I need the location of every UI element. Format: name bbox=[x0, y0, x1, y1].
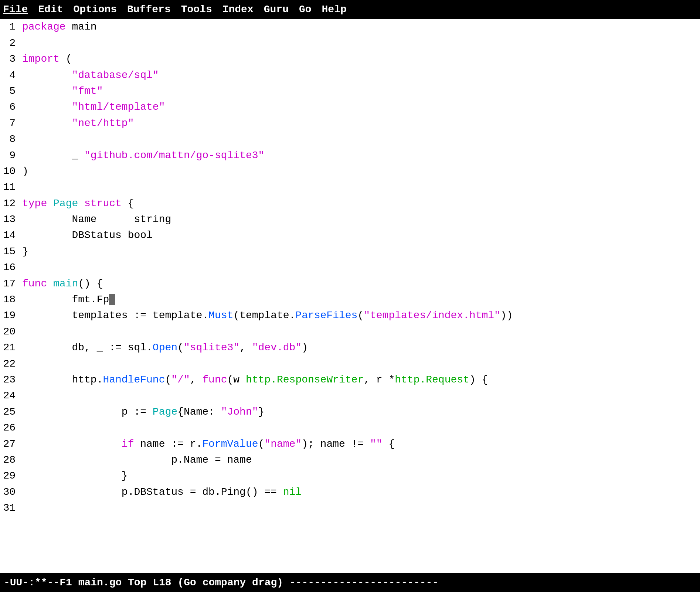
token-p: )) bbox=[500, 310, 513, 321]
line: 8 bbox=[0, 131, 700, 147]
line-content: db, _ := sql.Open("sqlite3", "dev.db") bbox=[22, 340, 700, 355]
token-k: import bbox=[22, 53, 60, 65]
line-content: p.Name = name bbox=[22, 452, 700, 468]
token-p: ( bbox=[60, 53, 72, 65]
code-container: 1package main2 3import (4 "database/sql"… bbox=[0, 19, 700, 516]
token-t: Page bbox=[53, 198, 78, 209]
line-content: } bbox=[22, 468, 700, 484]
line: 21 db, _ := sql.Open("sqlite3", "dev.db"… bbox=[0, 340, 700, 355]
menu-item-help[interactable]: Help bbox=[322, 1, 347, 17]
menu-item-go[interactable]: Go bbox=[299, 1, 312, 17]
line-number: 11 bbox=[0, 179, 22, 195]
token-p bbox=[78, 198, 84, 209]
line-number: 16 bbox=[0, 259, 22, 275]
token-s: "dev.db" bbox=[252, 342, 302, 353]
line-content: "html/template" bbox=[22, 99, 700, 115]
token-p: ( bbox=[177, 342, 184, 353]
token-s: "templates/index.html" bbox=[364, 310, 500, 321]
menu-item-index[interactable]: Index bbox=[222, 1, 254, 17]
token-s: "John" bbox=[221, 406, 258, 418]
line-content bbox=[22, 179, 700, 195]
line-content: http.HandleFunc("/", func(w http.Respons… bbox=[22, 372, 700, 388]
token-s: "sqlite3" bbox=[184, 342, 239, 353]
line-number: 12 bbox=[0, 195, 22, 211]
line: 31 bbox=[0, 500, 700, 516]
token-p: , r * bbox=[364, 374, 395, 385]
token-p: {Name: bbox=[177, 406, 221, 418]
token-s: "database/sql" bbox=[72, 69, 159, 81]
token-p: http. bbox=[22, 374, 103, 385]
line-content: type Page struct { bbox=[22, 195, 700, 211]
line-content bbox=[22, 324, 700, 340]
token-p: , bbox=[239, 342, 252, 353]
token-f: HandleFunc bbox=[103, 374, 165, 385]
line-number: 9 bbox=[0, 147, 22, 163]
line-content: import ( bbox=[22, 51, 700, 67]
token-p bbox=[47, 198, 53, 209]
token-s: "html/template" bbox=[72, 101, 165, 113]
token-f: FormValue bbox=[202, 438, 258, 450]
token-p: () { bbox=[78, 278, 103, 289]
line: 7 "net/http" bbox=[0, 115, 700, 131]
token-p: main bbox=[66, 21, 97, 33]
cursor bbox=[109, 294, 115, 305]
line-number: 15 bbox=[0, 244, 22, 259]
menu-item-options[interactable]: Options bbox=[73, 1, 117, 17]
line-content: Name string bbox=[22, 211, 700, 227]
token-k: type bbox=[22, 198, 47, 209]
line-content bbox=[22, 356, 700, 372]
line: 9 _ "github.com/mattn/go-sqlite3" bbox=[0, 147, 700, 163]
line: 30 p.DBStatus = db.Ping() == nil bbox=[0, 484, 700, 500]
menu-item-buffers[interactable]: Buffers bbox=[127, 1, 171, 17]
line: 14 DBStatus bool bbox=[0, 227, 700, 243]
token-p: ) bbox=[302, 342, 308, 353]
menu-bar[interactable]: FileEditOptionsBuffersToolsIndexGuruGoHe… bbox=[0, 0, 700, 19]
line-number: 30 bbox=[0, 484, 22, 500]
line-content: "fmt" bbox=[22, 83, 700, 99]
token-t: main bbox=[53, 278, 78, 289]
token-f: Must bbox=[208, 310, 233, 321]
line-number: 18 bbox=[0, 292, 22, 307]
token-k: struct bbox=[84, 198, 122, 209]
token-p: { bbox=[122, 198, 134, 209]
token-p: ( bbox=[258, 438, 265, 450]
menu-item-guru[interactable]: Guru bbox=[264, 1, 289, 17]
line-number: 8 bbox=[0, 131, 22, 147]
token-s: "/" bbox=[171, 374, 190, 385]
token-p bbox=[22, 69, 72, 81]
token-p: } bbox=[22, 470, 128, 482]
line: 13 Name string bbox=[0, 211, 700, 227]
token-s: "" bbox=[370, 438, 383, 450]
line-number: 24 bbox=[0, 388, 22, 404]
menu-item-edit[interactable]: Edit bbox=[38, 1, 63, 17]
line-content bbox=[22, 259, 700, 275]
token-p: p.DBStatus = db.Ping() == bbox=[22, 486, 283, 498]
token-f: ParseFiles bbox=[295, 310, 357, 321]
line-content: "net/http" bbox=[22, 115, 700, 131]
line-number: 4 bbox=[0, 67, 22, 83]
line-content: templates := template.Must(template.Pars… bbox=[22, 307, 700, 323]
line: 4 "database/sql" bbox=[0, 67, 700, 83]
line: 22 bbox=[0, 356, 700, 372]
line: 17func main() { bbox=[0, 276, 700, 292]
token-s: "fmt" bbox=[72, 85, 103, 97]
line-number: 3 bbox=[0, 51, 22, 67]
line-content: func main() { bbox=[22, 276, 700, 292]
token-p: ( bbox=[165, 374, 171, 385]
menu-item-file[interactable]: File bbox=[3, 1, 28, 17]
token-p: } bbox=[22, 246, 28, 257]
line-number: 13 bbox=[0, 211, 22, 227]
line-content: } bbox=[22, 244, 700, 259]
token-p: p := bbox=[22, 406, 153, 418]
line-content: fmt.Fp bbox=[22, 292, 700, 307]
token-g: http.ResponseWriter bbox=[246, 374, 364, 385]
line-content: p := Page{Name: "John"} bbox=[22, 404, 700, 420]
token-p: , bbox=[190, 374, 203, 385]
token-p bbox=[22, 118, 72, 129]
token-t: Page bbox=[153, 406, 177, 418]
line-number: 6 bbox=[0, 99, 22, 115]
menu-item-tools[interactable]: Tools bbox=[181, 1, 212, 17]
token-p: (template. bbox=[233, 310, 295, 321]
line: 29 } bbox=[0, 468, 700, 484]
line-number: 29 bbox=[0, 468, 22, 484]
